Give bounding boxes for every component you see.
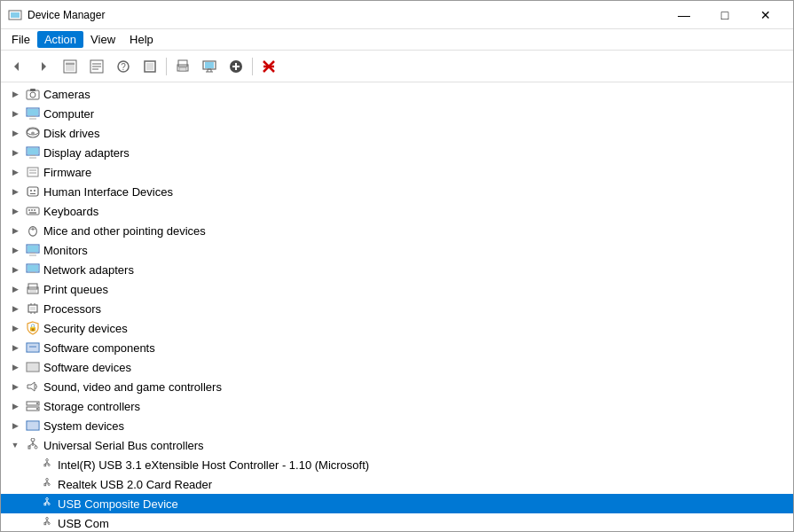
svg-point-93 [35,446,37,449]
svg-text:?: ? [121,62,126,72]
content-area[interactable]: ▶ Cameras ▶ Computer ▶ Disk d [1,82,793,531]
remove-button[interactable] [256,54,281,79]
tree-item-sound[interactable]: ▶ Sound, video and game controllers [1,377,793,396]
security-label: Security devices [43,322,128,335]
svg-point-106 [46,497,49,500]
svg-point-49 [34,190,35,192]
menu-file[interactable]: File [4,31,37,48]
expand-network[interactable]: ▶ [8,262,22,277]
svg-rect-104 [44,484,46,486]
tree-item-computer[interactable]: ▶ Computer [1,104,793,123]
tree-child-usb3[interactable]: USB Composite Device [1,494,793,513]
expand-monitors[interactable]: ▶ [8,243,22,257]
menu-view[interactable]: View [83,31,122,48]
close-button[interactable]: ✕ [745,1,786,29]
hid-label: Human Interface Devices [43,185,173,199]
hid-icon [26,184,40,199]
svg-rect-46 [29,172,36,174]
tree-item-cameras[interactable]: ▶ Cameras [1,84,793,104]
tree-item-disk[interactable]: ▶ Disk drives [1,123,793,143]
usb-icon [26,438,40,452]
expand-display[interactable]: ▶ [8,145,22,160]
expand-system[interactable]: ▶ [8,419,22,433]
toolbar-separator-2 [252,58,253,75]
tree-item-keyboards[interactable]: ▶ Keyboards [1,201,793,221]
tree-item-firmware[interactable]: ▶ Firmware [1,162,793,182]
keyboards-label: Keyboards [43,205,98,218]
sound-icon [26,379,40,394]
expand-mice[interactable]: ▶ [8,223,22,238]
expand-softwarecomp[interactable]: ▶ [8,340,22,355]
keyboards-icon [26,204,40,218]
menu-help[interactable]: Help [122,31,161,48]
properties-button[interactable] [58,54,83,79]
tree-item-softwaredev[interactable]: ▶ Software devices [1,357,793,377]
tree-item-print[interactable]: ▶ Print queues [1,279,793,299]
tree-child-usb2[interactable]: Realtek USB 2.0 Card Reader [1,474,793,494]
expand-disk[interactable]: ▶ [8,126,22,140]
svg-rect-61 [30,253,35,254]
svg-rect-70 [30,307,35,310]
app-icon [8,8,22,22]
monitors-icon [26,243,40,257]
svg-rect-60 [28,246,38,252]
svg-rect-54 [34,209,35,211]
expand-usb[interactable]: ▼ [8,438,22,452]
svg-rect-92 [28,446,30,449]
svg-rect-34 [28,109,38,115]
scan-button[interactable] [138,54,162,79]
minimize-button[interactable]: — [664,1,704,29]
window-title: Device Manager [28,9,664,21]
tree-item-security[interactable]: ▶ 🔒 Security devices [1,318,793,338]
help-button[interactable]: ? [111,54,136,79]
toolbar: ? [1,51,793,82]
network-label: Network adapters [43,263,134,277]
svg-rect-64 [28,265,38,271]
tree-item-processors[interactable]: ▶ Processors [1,299,793,318]
svg-rect-53 [31,209,33,211]
svg-point-99 [48,464,50,466]
expand-keyboards[interactable]: ▶ [8,204,22,218]
expand-cameras[interactable]: ▶ [8,87,22,101]
tree-item-storage[interactable]: ▶ Storage controllers [1,396,793,416]
tree-child-usb4[interactable]: USB Com [1,513,793,531]
add-button[interactable] [224,54,248,79]
update-button[interactable] [84,54,109,79]
disk-label: Disk drives [43,127,100,140]
tree-item-mice[interactable]: ▶ Mice and other pointing devices [1,221,793,240]
menu-action[interactable]: Action [37,31,83,48]
tree-item-display[interactable]: ▶ Display adapters [1,143,793,162]
svg-rect-32 [30,89,35,91]
expand-hid[interactable]: ▶ [8,184,22,199]
svg-rect-65 [30,272,35,273]
back-button[interactable] [4,54,29,79]
tree-item-hid[interactable]: ▶ Human Interface Devices [1,182,793,201]
svg-rect-77 [28,344,38,351]
svg-point-117 [48,522,50,524]
device-tree: ▶ Cameras ▶ Computer ▶ Disk d [1,82,793,531]
expand-processors[interactable]: ▶ [8,301,22,316]
expand-security[interactable]: ▶ [8,321,22,335]
expand-storage[interactable]: ▶ [8,399,22,413]
forward-button[interactable] [31,54,56,79]
display-button[interactable] [197,54,222,79]
tree-item-network[interactable]: ▶ Network adapters [1,260,793,279]
tree-item-system[interactable]: ▶ System devices [1,416,793,435]
processors-label: Processors [43,302,101,316]
print-label: Print queues [43,283,108,296]
expand-computer[interactable]: ▶ [8,106,22,121]
maximize-button[interactable]: □ [704,1,745,29]
print-button[interactable] [170,54,195,79]
expand-firmware[interactable]: ▶ [8,165,22,179]
expand-print[interactable]: ▶ [8,282,22,296]
tree-item-monitors[interactable]: ▶ Monitors [1,240,793,260]
tree-item-usb[interactable]: ▼ Universal Serial Bus controllers [1,435,793,455]
system-label: System devices [43,419,124,433]
title-bar: Device Manager — □ ✕ [1,1,793,29]
tree-child-usb1[interactable]: Intel(R) USB 3.1 eXtensible Host Control… [1,455,793,474]
expand-softwaredev[interactable]: ▶ [8,360,22,374]
expand-sound[interactable]: ▶ [8,379,22,394]
display-label: Display adapters [43,146,130,160]
svg-point-94 [46,458,49,461]
tree-item-softwarecomp[interactable]: ▶ Software components [1,338,793,357]
